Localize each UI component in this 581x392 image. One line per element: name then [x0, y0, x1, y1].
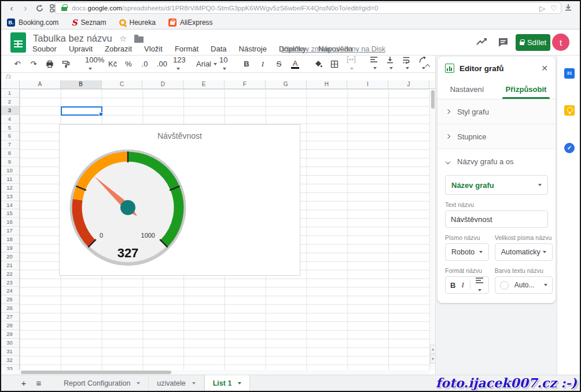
- tasks-icon[interactable]: ✓: [564, 143, 575, 153]
- title-text-input[interactable]: Návštěvnost: [445, 210, 548, 228]
- print-button[interactable]: [46, 60, 54, 68]
- column-header[interactable]: J: [388, 80, 429, 88]
- undo-button[interactable]: ↶: [13, 60, 21, 68]
- row-header[interactable]: 20: [0, 253, 19, 261]
- row-header[interactable]: 26: [0, 304, 19, 313]
- merge-cells-button[interactable]: [347, 56, 355, 72]
- row-header[interactable]: 14: [0, 201, 19, 210]
- keep-icon[interactable]: [564, 105, 575, 116]
- bookmark-seznam[interactable]: SSeznam: [71, 18, 106, 27]
- share-button[interactable]: Sdílet: [516, 34, 550, 51]
- menu-item[interactable]: Formát: [175, 45, 198, 53]
- row-header[interactable]: 19: [0, 244, 19, 253]
- fill-color-button[interactable]: [314, 60, 322, 68]
- horizontal-align-button[interactable]: [370, 56, 378, 72]
- explore-insights-icon[interactable]: [476, 37, 488, 46]
- title-color-select[interactable]: Auto...: [495, 276, 553, 294]
- row-header[interactable]: 8: [0, 149, 19, 158]
- redo-button[interactable]: ↷: [30, 60, 38, 68]
- bookmark-aliexpress[interactable]: AliExpress: [168, 19, 213, 27]
- format-currency-button[interactable]: Kč: [108, 60, 116, 68]
- row-header[interactable]: 9: [0, 158, 19, 167]
- comments-icon[interactable]: [498, 37, 509, 48]
- menu-item[interactable]: Zobrazit: [105, 45, 132, 53]
- row-header[interactable]: 28: [0, 321, 19, 330]
- row-header[interactable]: 17: [0, 227, 19, 235]
- select-all-corner[interactable]: [0, 80, 20, 88]
- row-header[interactable]: 24: [0, 287, 19, 295]
- row-header[interactable]: 29: [0, 330, 19, 339]
- text-wrap-button[interactable]: [402, 56, 410, 72]
- column-header[interactable]: H: [307, 80, 348, 88]
- sheet-tab[interactable]: List 1: [204, 375, 251, 391]
- row-header[interactable]: 11: [0, 175, 19, 184]
- menu-item[interactable]: Upravit: [69, 45, 93, 53]
- row-header[interactable]: 4: [0, 115, 19, 124]
- star-icon[interactable]: ☆: [119, 34, 127, 44]
- font-size-select[interactable]: 10: [219, 56, 227, 73]
- row-header[interactable]: 13: [0, 193, 19, 201]
- downloads-icon[interactable]: [564, 3, 573, 12]
- formula-bar[interactable]: fx: [0, 73, 435, 80]
- row-header[interactable]: 15: [0, 209, 19, 218]
- number-format-button[interactable]: 123: [173, 56, 181, 73]
- column-header[interactable]: G: [266, 80, 307, 88]
- vertical-scrollbar[interactable]: ▲ ▼: [429, 89, 435, 370]
- row-header[interactable]: 31: [0, 347, 19, 356]
- row-header[interactable]: 25: [0, 295, 19, 304]
- font-select[interactable]: Arial: [196, 60, 204, 68]
- title-italic-button[interactable]: I: [461, 280, 464, 290]
- reload-icon[interactable]: [35, 4, 44, 13]
- horizontal-scrollbar[interactable]: [0, 370, 429, 375]
- add-sheet-button[interactable]: +: [16, 375, 31, 391]
- tab-prizpusobit[interactable]: Přizpůsobit: [497, 80, 556, 99]
- title-font-select[interactable]: Roboto: [445, 243, 489, 261]
- forward-icon[interactable]: ›: [19, 1, 32, 15]
- row-header[interactable]: 32: [0, 356, 19, 365]
- row-header[interactable]: 18: [0, 235, 19, 244]
- vertical-scrollbar-thumb[interactable]: [431, 90, 435, 109]
- zoom-select[interactable]: 100%: [85, 56, 93, 73]
- column-header[interactable]: C: [102, 80, 143, 88]
- row-header[interactable]: 6: [0, 132, 19, 140]
- column-header[interactable]: F: [225, 80, 266, 88]
- saved-status-link[interactable]: Všechny změny uloženy na Disk: [281, 45, 385, 53]
- increase-decimal-button[interactable]: .00: [157, 60, 165, 68]
- text-rotation-button[interactable]: [418, 56, 426, 72]
- row-header[interactable]: 3: [0, 106, 19, 115]
- move-folder-icon[interactable]: [134, 36, 144, 43]
- bookmark-booking[interactable]: B.Booking.com: [7, 19, 58, 27]
- back-icon[interactable]: ‹: [5, 1, 19, 15]
- bookmark-heureka[interactable]: Heureka: [119, 19, 156, 27]
- column-header[interactable]: B: [61, 80, 102, 88]
- menu-item[interactable]: Nástroje: [239, 45, 267, 53]
- title-font-size-select[interactable]: Automaticky: [495, 243, 553, 261]
- text-color-button[interactable]: A: [291, 60, 299, 69]
- sheet-tab[interactable]: Report Configuration: [56, 375, 149, 391]
- title-align-button[interactable]: [476, 276, 483, 294]
- menu-item[interactable]: Vložit: [144, 45, 163, 53]
- calendar-icon[interactable]: 31: [564, 68, 575, 79]
- strikethrough-button[interactable]: S: [275, 60, 283, 68]
- sheet-tab[interactable]: uzivatele: [149, 375, 204, 391]
- all-sheets-button[interactable]: ≡: [31, 375, 46, 391]
- document-title[interactable]: Tabulka bez názvu: [33, 33, 112, 44]
- column-header[interactable]: E: [183, 80, 225, 88]
- row-header[interactable]: 12: [0, 184, 19, 193]
- borders-button[interactable]: [330, 60, 339, 68]
- chart-card[interactable]: Návštěvnost 0 1000 327: [59, 124, 300, 276]
- title-target-select[interactable]: Název grafu: [445, 175, 548, 195]
- tab-nastaveni[interactable]: Nastavení: [437, 80, 497, 99]
- row-header[interactable]: 21: [0, 261, 19, 270]
- bold-button[interactable]: B: [242, 60, 251, 68]
- column-header[interactable]: A: [20, 80, 61, 88]
- url-bar[interactable]: docs.google.com/spreadsheets/d/1PR8rViMP…: [55, 2, 561, 14]
- send-to-flow-icon[interactable]: ▷: [539, 4, 545, 13]
- selected-cell[interactable]: [61, 106, 102, 116]
- row-header[interactable]: 10: [0, 167, 19, 175]
- horizontal-scrollbar-thumb[interactable]: [21, 371, 171, 374]
- row-header[interactable]: 1: [0, 89, 19, 98]
- title-bold-button[interactable]: B: [450, 281, 455, 290]
- section-chart-axis-titles[interactable]: Názvy grafu a os: [437, 149, 556, 174]
- sheets-logo-icon[interactable]: [10, 32, 26, 53]
